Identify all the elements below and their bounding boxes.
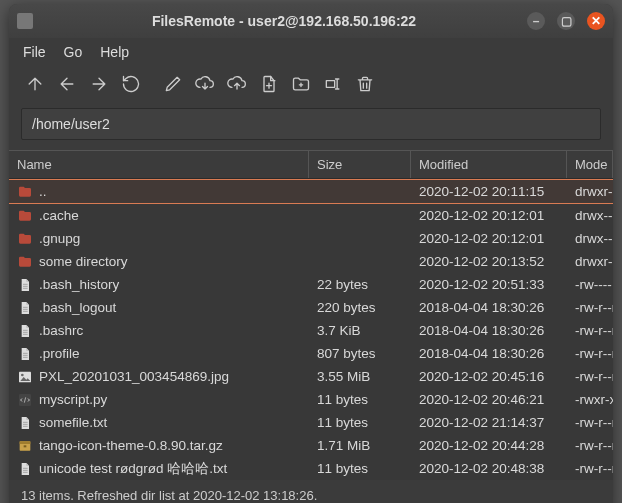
rename-icon bbox=[323, 74, 343, 94]
menubar: File Go Help bbox=[9, 38, 613, 66]
window-minimize-button[interactable]: – bbox=[527, 12, 545, 30]
folder-icon bbox=[17, 184, 33, 200]
new-file-button[interactable] bbox=[255, 70, 283, 98]
file-size bbox=[309, 190, 411, 194]
file-mode: -rw-r--r bbox=[567, 436, 613, 455]
file-size bbox=[309, 260, 411, 264]
delete-button[interactable] bbox=[351, 70, 379, 98]
file-size: 11 bytes bbox=[309, 390, 411, 409]
file-size: 11 bytes bbox=[309, 413, 411, 432]
file-size: 807 bytes bbox=[309, 344, 411, 363]
file-name: somefile.txt bbox=[39, 415, 107, 430]
table-row[interactable]: ..2020-12-02 20:11:15drwxr- bbox=[9, 179, 613, 204]
file-size: 1.71 MiB bbox=[309, 436, 411, 455]
file-modified: 2020-12-02 20:46:21 bbox=[411, 390, 567, 409]
file-size bbox=[309, 237, 411, 241]
file-mode: -rw-r--r bbox=[567, 459, 613, 478]
window-title: FilesRemote - user2@192.168.50.196:22 bbox=[41, 13, 527, 29]
arrow-up-icon bbox=[25, 74, 45, 94]
file-mode: -rw-r--r bbox=[567, 321, 613, 340]
image-icon bbox=[17, 369, 33, 385]
menu-file[interactable]: File bbox=[23, 44, 46, 60]
file-modified: 2020-12-02 20:48:38 bbox=[411, 459, 567, 478]
upload-button[interactable] bbox=[223, 70, 251, 98]
col-size[interactable]: Size bbox=[309, 151, 411, 178]
file-name: unicode test rødgrød 哈哈哈.txt bbox=[39, 460, 227, 478]
new-folder-button[interactable] bbox=[287, 70, 315, 98]
table-row[interactable]: .gnupg2020-12-02 20:12:01drwx-- bbox=[9, 227, 613, 250]
svg-point-1 bbox=[21, 373, 24, 376]
forward-button[interactable] bbox=[85, 70, 113, 98]
file-size: 220 bytes bbox=[309, 298, 411, 317]
file-name: .bashrc bbox=[39, 323, 83, 338]
menu-go[interactable]: Go bbox=[64, 44, 83, 60]
file-icon bbox=[17, 323, 33, 339]
file-size: 3.7 KiB bbox=[309, 321, 411, 340]
file-name: PXL_20201031_003454869.jpg bbox=[39, 369, 229, 384]
app-icon bbox=[17, 13, 33, 29]
file-icon bbox=[17, 277, 33, 293]
file-name: tango-icon-theme-0.8.90.tar.gz bbox=[39, 438, 223, 453]
table-row[interactable]: PXL_20201031_003454869.jpg3.55 MiB2020-1… bbox=[9, 365, 613, 388]
col-modified[interactable]: Modified bbox=[411, 151, 567, 178]
file-modified: 2020-12-02 20:11:15 bbox=[411, 182, 567, 201]
file-mode: drwx-- bbox=[567, 229, 613, 248]
folder-icon bbox=[17, 208, 33, 224]
path-input[interactable]: /home/user2 bbox=[21, 108, 601, 140]
col-mode[interactable]: Mode bbox=[567, 151, 613, 178]
file-mode: -rwxr-x bbox=[567, 390, 613, 409]
cloud-download-icon bbox=[195, 74, 215, 94]
file-size: 11 bytes bbox=[309, 459, 411, 478]
table-row[interactable]: .profile807 bytes2018-04-04 18:30:26-rw-… bbox=[9, 342, 613, 365]
file-modified: 2020-12-02 20:51:33 bbox=[411, 275, 567, 294]
file-modified: 2020-12-02 21:14:37 bbox=[411, 413, 567, 432]
trash-icon bbox=[355, 74, 375, 94]
table-row[interactable]: .bashrc3.7 KiB2018-04-04 18:30:26-rw-r--… bbox=[9, 319, 613, 342]
col-name[interactable]: Name bbox=[9, 151, 309, 178]
up-button[interactable] bbox=[21, 70, 49, 98]
table-row[interactable]: .bash_history22 bytes2020-12-02 20:51:33… bbox=[9, 273, 613, 296]
column-headers: Name Size Modified Mode bbox=[9, 150, 613, 179]
file-name: .gnupg bbox=[39, 231, 80, 246]
table-row[interactable]: .cache2020-12-02 20:12:01drwx-- bbox=[9, 204, 613, 227]
file-name: myscript.py bbox=[39, 392, 107, 407]
file-name: some directory bbox=[39, 254, 128, 269]
edit-button[interactable] bbox=[159, 70, 187, 98]
toolbar bbox=[9, 66, 613, 108]
file-name: .. bbox=[39, 184, 47, 199]
menu-help[interactable]: Help bbox=[100, 44, 129, 60]
refresh-button[interactable] bbox=[117, 70, 145, 98]
file-modified: 2020-12-02 20:12:01 bbox=[411, 229, 567, 248]
table-row[interactable]: tango-icon-theme-0.8.90.tar.gz1.71 MiB20… bbox=[9, 434, 613, 457]
table-row[interactable]: some directory2020-12-02 20:13:52drwxr- bbox=[9, 250, 613, 273]
table-row[interactable]: somefile.txt11 bytes2020-12-02 21:14:37-… bbox=[9, 411, 613, 434]
table-row[interactable]: .bash_logout220 bytes2018-04-04 18:30:26… bbox=[9, 296, 613, 319]
file-modified: 2018-04-04 18:30:26 bbox=[411, 344, 567, 363]
python-icon bbox=[17, 392, 33, 408]
titlebar[interactable]: FilesRemote - user2@192.168.50.196:22 – … bbox=[9, 4, 613, 38]
window-close-button[interactable]: ✕ bbox=[587, 12, 605, 30]
archive-icon bbox=[17, 438, 33, 454]
folder-icon bbox=[17, 231, 33, 247]
rename-button[interactable] bbox=[319, 70, 347, 98]
arrow-left-icon bbox=[57, 74, 77, 94]
file-mode: -rw---- bbox=[567, 275, 613, 294]
table-row[interactable]: unicode test rødgrød 哈哈哈.txt11 bytes2020… bbox=[9, 457, 613, 480]
file-mode: -rw-r--r bbox=[567, 298, 613, 317]
download-button[interactable] bbox=[191, 70, 219, 98]
back-button[interactable] bbox=[53, 70, 81, 98]
file-name: .bash_logout bbox=[39, 300, 116, 315]
svg-rect-5 bbox=[24, 445, 27, 447]
file-mode: drwx-- bbox=[567, 206, 613, 225]
file-modified: 2020-12-02 20:12:01 bbox=[411, 206, 567, 225]
file-list: ..2020-12-02 20:11:15drwxr-.cache2020-12… bbox=[9, 179, 613, 480]
table-row[interactable]: myscript.py11 bytes2020-12-02 20:46:21-r… bbox=[9, 388, 613, 411]
file-icon bbox=[17, 346, 33, 362]
svg-rect-4 bbox=[20, 441, 31, 444]
app-window: FilesRemote - user2@192.168.50.196:22 – … bbox=[9, 4, 613, 503]
file-icon bbox=[17, 415, 33, 431]
arrow-right-icon bbox=[89, 74, 109, 94]
window-maximize-button[interactable]: ▢ bbox=[557, 12, 575, 30]
file-modified: 2020-12-02 20:13:52 bbox=[411, 252, 567, 271]
file-mode: -rw-r--r bbox=[567, 367, 613, 386]
